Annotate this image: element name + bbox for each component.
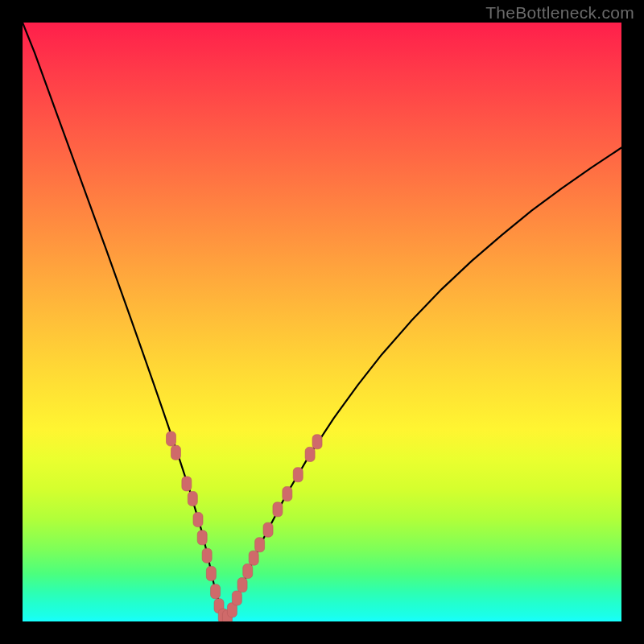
- curve-marker: [211, 584, 221, 599]
- curve-marker: [293, 468, 303, 482]
- outer-frame: TheBottleneck.com: [0, 0, 644, 644]
- curve-marker: [202, 548, 212, 563]
- curve-marker: [197, 530, 207, 545]
- plot-area: [23, 23, 621, 621]
- chart-svg: [23, 23, 621, 621]
- curve-marker: [188, 491, 197, 506]
- curve-marker: [171, 445, 180, 460]
- curve-marker: [167, 431, 176, 446]
- curve-marker: [237, 578, 247, 592]
- curve-marker: [193, 513, 203, 527]
- curve-marker: [206, 566, 216, 580]
- marker-group: [167, 431, 323, 621]
- curve-marker: [182, 477, 192, 491]
- bottleneck-curve: [23, 23, 621, 618]
- curve-marker: [273, 502, 283, 517]
- watermark-text: TheBottleneck.com: [485, 3, 634, 23]
- curve-marker: [232, 591, 242, 605]
- curve-marker: [305, 447, 315, 461]
- curve-marker: [255, 538, 265, 552]
- curve-marker: [283, 487, 292, 502]
- curve-marker: [263, 522, 273, 537]
- curve-marker: [312, 435, 322, 449]
- curve-marker: [249, 551, 258, 565]
- curve-marker: [243, 564, 253, 579]
